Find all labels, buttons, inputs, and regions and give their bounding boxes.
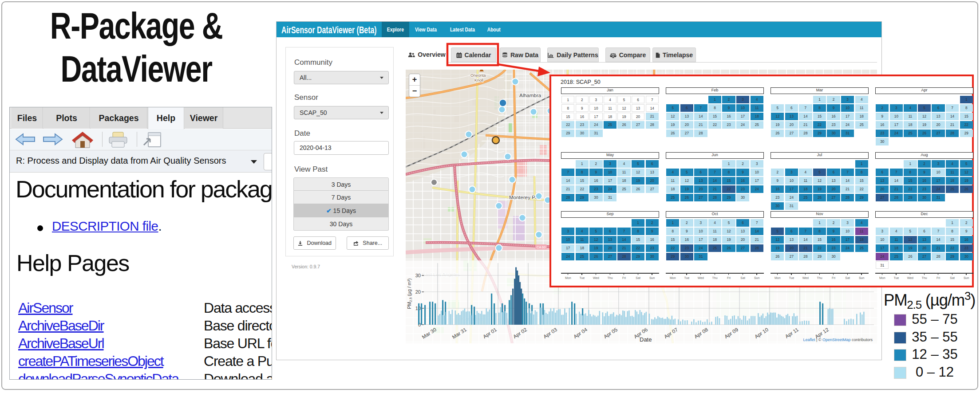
svg-text:Oneonta: Oneonta — [470, 73, 486, 78]
svg-text:Alhambra: Alhambra — [519, 93, 541, 98]
svg-text:Knoll: Knoll — [474, 78, 483, 83]
svg-text:Leaflet | © OpenStreetMap cont: Leaflet | © OpenStreetMap contributors — [803, 338, 873, 342]
svg-text:PM2.5 (µg / m³): PM2.5 (µg / m³) — [407, 279, 413, 309]
svg-text:30: 30 — [415, 273, 421, 278]
svg-text:10: 10 — [415, 306, 421, 311]
svg-text:CA 60: CA 60 — [537, 245, 545, 249]
svg-text:20: 20 — [415, 289, 421, 295]
svg-text:Date: Date — [640, 336, 652, 343]
